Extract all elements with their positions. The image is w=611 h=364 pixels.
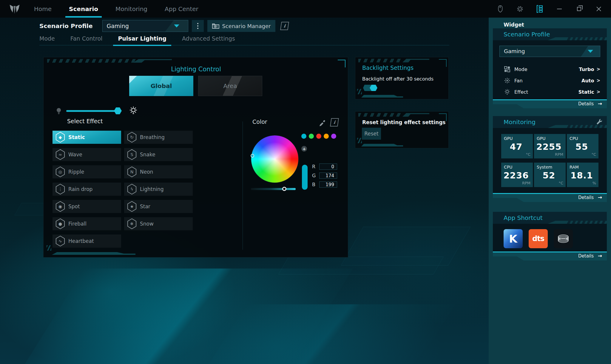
widget-panel-icon[interactable]: [536, 5, 544, 13]
nav-home[interactable]: Home: [34, 0, 52, 18]
effect-name: Star: [140, 203, 150, 209]
tab-mode[interactable]: Mode: [39, 35, 55, 46]
effect-item-heartbeat[interactable]: ∿Heartbeat: [53, 235, 121, 248]
swatch-purple[interactable]: [331, 134, 336, 139]
effect-item-neon[interactable]: NNeon: [124, 165, 193, 178]
effect-name: Lightning: [140, 186, 164, 192]
tab-pulsar-lighting[interactable]: Pulsar Lighting: [118, 35, 166, 46]
nav-scenario[interactable]: Scenario: [69, 0, 98, 18]
card-unit: °C: [558, 181, 563, 185]
swatch-orange[interactable]: [324, 134, 329, 139]
effect-name: Snow: [140, 221, 154, 227]
nav-monitoring[interactable]: Monitoring: [115, 0, 147, 18]
effect-item-star[interactable]: ★Star: [124, 200, 193, 213]
monitoring-card-ram-%: RAM18.1%: [567, 163, 598, 187]
chevron-right-icon: >: [596, 78, 600, 83]
effect-item-spot[interactable]: ◉Spot: [53, 200, 121, 213]
eyedropper-icon[interactable]: [319, 119, 326, 127]
dropdown-arrow-zone[interactable]: [581, 46, 600, 57]
effect-item-snake[interactable]: SSnake: [124, 148, 193, 161]
effect-name: Static: [68, 134, 85, 140]
brightness-slider-handle[interactable]: [114, 107, 122, 114]
spatial-sound-app-icon[interactable]: [554, 229, 573, 248]
card-label: GPU: [537, 136, 546, 141]
effect-item-snow[interactable]: ❄Snow: [124, 217, 193, 230]
header-decoration: [556, 221, 607, 224]
dts-app-icon[interactable]: dts: [529, 229, 548, 248]
color-info-icon[interactable]: i: [330, 118, 339, 127]
swatch-cyan[interactable]: [301, 134, 306, 139]
color-wheel[interactable]: [251, 135, 298, 183]
card-unit: RPM: [555, 152, 563, 157]
nav-app-center[interactable]: App Center: [165, 0, 198, 18]
g-value-field[interactable]: 174: [319, 172, 337, 179]
svg-text:◉: ◉: [58, 204, 62, 209]
card-unit: °C: [591, 152, 596, 157]
backlight-settings-title: Backlight Settings: [362, 64, 413, 71]
effect-item-ripple[interactable]: ◎Ripple: [53, 165, 121, 178]
widget-profile-dropdown[interactable]: Gaming: [499, 46, 600, 57]
panel-hatch-decoration: [358, 113, 403, 117]
effect-item-breathing[interactable]: ↻Breathing: [124, 131, 193, 144]
more-options-button[interactable]: [192, 20, 204, 32]
effect-name: Breathing: [140, 134, 165, 140]
details-label: Details: [578, 195, 594, 200]
widget-row-mode[interactable]: Mode Turbo >: [499, 65, 600, 73]
scenario-profile-section: Gaming Mode Turbo > Fan Auto >: [493, 40, 607, 99]
card-unit: %: [593, 181, 596, 185]
mouse-icon[interactable]: [496, 5, 504, 13]
gear-icon[interactable]: [516, 5, 524, 13]
backlight-toggle[interactable]: [363, 85, 377, 91]
swatch-green[interactable]: [309, 134, 314, 139]
add-color-button[interactable]: +: [301, 146, 307, 152]
card-value: 47: [501, 142, 531, 152]
fan-icon: [504, 77, 511, 84]
effect-item-lightning[interactable]: ϟLightning: [124, 183, 193, 196]
close-icon[interactable]: [595, 5, 603, 13]
tab-advanced-settings[interactable]: Advanced Settings: [182, 35, 235, 46]
panel-bottom-bar: [361, 144, 403, 146]
b-value-field[interactable]: 199: [319, 181, 337, 188]
app-shortcut-details-link[interactable]: Details →: [493, 252, 607, 260]
dropdown-arrow-zone[interactable]: [165, 20, 188, 32]
wrench-icon[interactable]: [596, 118, 603, 125]
global-mode-button[interactable]: Global: [129, 76, 193, 96]
swatch-red[interactable]: [316, 134, 321, 139]
ripple-icon: ◎: [55, 166, 65, 178]
mode-grid-icon: [504, 66, 511, 73]
arrow-right-icon: →: [598, 101, 602, 107]
widget-row-fan[interactable]: Fan Auto >: [499, 77, 600, 84]
monitoring-details-link[interactable]: Details →: [493, 193, 607, 202]
minimize-icon[interactable]: [556, 5, 563, 13]
color-brightness-slider[interactable]: [251, 188, 296, 190]
panel-slash-decoration: [357, 138, 362, 143]
card-value: 18.1: [567, 170, 597, 181]
svg-text:❄: ❄: [130, 221, 134, 226]
scenario-profile-section-header: Scenario Profile: [493, 28, 607, 40]
reset-button[interactable]: Reset: [362, 128, 381, 140]
card-label: GPU: [504, 136, 513, 141]
scenario-manager-button[interactable]: Scenario Manager: [207, 20, 276, 32]
svg-text:S: S: [131, 152, 133, 157]
info-icon[interactable]: i: [280, 22, 289, 30]
restore-icon[interactable]: [575, 5, 583, 13]
r-value-field[interactable]: 0: [319, 164, 337, 170]
row-label: Fan: [514, 78, 523, 84]
effect-item-static[interactable]: ◆Static: [53, 131, 121, 144]
killer-app-icon[interactable]: K: [504, 229, 523, 248]
tab-fan-control[interactable]: Fan Control: [70, 35, 103, 46]
brightness-slider-track[interactable]: [66, 110, 115, 112]
header-decoration: [556, 37, 607, 40]
scenario-profile-dropdown[interactable]: Gaming: [102, 20, 188, 32]
area-mode-button[interactable]: Area: [198, 76, 262, 96]
scenario-profile-label: Scenario Profile: [39, 22, 93, 30]
svg-text:●: ●: [58, 221, 62, 226]
scenario-details-link[interactable]: Details →: [493, 99, 607, 108]
effect-item-fireball[interactable]: ●Fireball: [53, 217, 121, 230]
color-wheel-cursor[interactable]: [251, 154, 254, 158]
effect-item-wave[interactable]: ≈Wave: [53, 148, 121, 161]
color-brightness-knob[interactable]: [282, 187, 286, 191]
scenario-profile-bar: Scenario Profile Gaming Scenario Manager…: [39, 19, 288, 33]
widget-row-effect[interactable]: Effect Static >: [499, 88, 600, 96]
effect-item-rain-drop[interactable]: ⋮Rain drop: [53, 183, 121, 196]
